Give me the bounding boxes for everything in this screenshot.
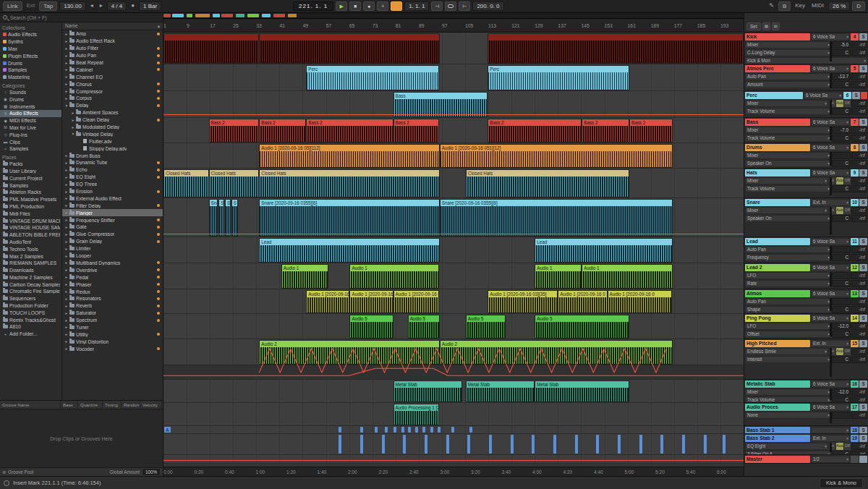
solo-button[interactable]: S: [859, 33, 867, 41]
device-chooser[interactable]: Mixer: [745, 207, 828, 214]
volume-display[interactable]: -inf: [851, 207, 867, 214]
arrangement-overview[interactable]: [163, 13, 744, 19]
midi-map-button[interactable]: MIDI: [809, 1, 826, 11]
clip[interactable]: [259, 33, 439, 64]
device-item-auto-pan[interactable]: ▸Auto Pan: [62, 52, 163, 59]
track-number[interactable]: 13: [851, 290, 859, 297]
solo-button[interactable]: S: [859, 199, 867, 206]
pan-display[interactable]: C: [832, 108, 851, 115]
expand-arrow-icon[interactable]: ▸: [64, 203, 69, 208]
volume-display[interactable]: -inf: [851, 280, 867, 287]
browser-item-chromatic-fire-samples[interactable]: Chromatic Fire Samples: [0, 288, 61, 295]
browser-item-pml-massive-presets[interactable]: PML Massive Presets: [0, 196, 61, 203]
beat-time-ruler[interactable]: 1917253341495765738189971051131211291371…: [163, 19, 744, 33]
track-name[interactable]: Snare: [745, 199, 810, 206]
clip[interactable]: Perc: [488, 65, 629, 90]
browser-item-audiotent[interactable]: AudioTent: [0, 239, 61, 246]
device-chooser[interactable]: Auto Pan: [745, 73, 831, 80]
lane-ping-pong[interactable]: Audio 5Audio 5Audio 5Audio 5: [163, 314, 744, 339]
clip[interactable]: Closed Hats: [209, 169, 260, 197]
ext-sync-button[interactable]: Ext: [25, 1, 38, 11]
volume-display[interactable]: -inf: [851, 81, 867, 88]
track-name[interactable]: Perc: [745, 92, 803, 99]
expand-arrow-icon[interactable]: ▸: [64, 247, 69, 251]
expand-arrow-icon[interactable]: ▸: [64, 211, 69, 215]
groove-column-quantize[interactable]: Quantize: [78, 401, 103, 409]
device-chooser[interactable]: Auto Pan: [745, 246, 831, 253]
track-name[interactable]: Kick: [745, 33, 810, 41]
track-name[interactable]: Bass Stab 1: [745, 427, 810, 434]
clip[interactable]: Snar: [209, 199, 218, 237]
device-chooser[interactable]: LFO: [745, 272, 831, 279]
device-item-resonators[interactable]: ▸Resonators: [62, 295, 163, 302]
clip[interactable]: Metal Stab: [466, 380, 535, 402]
parameter-chooser[interactable]: Rate: [745, 280, 831, 287]
device-item-filter-delay[interactable]: ▸Filter Delay: [62, 202, 163, 209]
clip[interactable]: Audio 1: [281, 264, 328, 289]
parameter-chooser[interactable]: Track Volume: [745, 396, 831, 403]
volume-display[interactable]: -inf: [851, 331, 867, 338]
expand-arrow-icon[interactable]: ▸: [64, 311, 69, 315]
clip[interactable]: S: [231, 199, 238, 237]
lane-drums[interactable]: Audio 1 [2020-09-16 05][112]Audio 1 [202…: [163, 143, 744, 169]
track-number[interactable]: 17: [851, 404, 859, 411]
device-item-drum-buss[interactable]: ▸Drum Buss: [62, 152, 163, 159]
browser-item-midi-files[interactable]: Midi Files: [0, 210, 61, 217]
browser-item-max-for-live[interactable]: MMax for Live: [0, 124, 61, 132]
record-button[interactable]: ●: [363, 1, 375, 11]
tempo-display[interactable]: 130.00: [59, 1, 85, 11]
lane-lead-2[interactable]: Audio 1Audio 1Audio 1Audio 1: [163, 263, 744, 289]
time-ruler[interactable]: 0:000:200:401:001:201:402:002:202:403:00…: [163, 467, 744, 476]
arrangement-position-display[interactable]: 221. 1. 1: [293, 1, 333, 11]
mini-clip[interactable]: [469, 427, 472, 433]
mini-clip[interactable]: [682, 435, 685, 454]
input-routing-chooser[interactable]: 6 Voice Sa: [811, 264, 850, 271]
browser-item-riemann-samples[interactable]: RIEMANN SAMPLES: [0, 260, 61, 267]
parameter-chooser[interactable]: Intensit: [745, 356, 831, 363]
mini-clip[interactable]: [360, 427, 363, 433]
device-item-vintage-delay[interactable]: ▾Vintage Delay: [62, 130, 163, 137]
expand-arrow-icon[interactable]: ▸: [64, 168, 69, 172]
lane-bass-stab-2[interactable]: [163, 434, 744, 455]
browser-item-add-folder[interactable]: +Add Folder...: [0, 331, 61, 338]
clip[interactable]: Closed Hats: [466, 169, 629, 197]
mini-clip[interactable]: [489, 435, 492, 454]
input-routing-chooser[interactable]: 6 Voice Sa: [811, 119, 850, 126]
monitor-auto-button[interactable]: Auto: [836, 177, 843, 184]
link-button[interactable]: Link: [3, 1, 22, 11]
device-chooser[interactable]: None: [745, 412, 831, 419]
lane-hats[interactable]: Closed HatsClosed HatsClosed HatsClosed …: [163, 169, 744, 198]
solo-button[interactable]: S: [859, 340, 867, 347]
mini-clip[interactable]: [408, 427, 411, 433]
device-chooser[interactable]: Mixer: [745, 127, 831, 134]
groove-drop-area[interactable]: Drop Clips or Grooves Here: [0, 409, 163, 467]
groove-column-velocity[interactable]: Velocity: [140, 401, 162, 409]
device-item-eq-eight[interactable]: ▸EQ Eight: [62, 174, 163, 181]
mini-clip[interactable]: [425, 435, 427, 454]
search-input[interactable]: Search (Ctrl + F): [0, 13, 163, 22]
loop-length-display[interactable]: 200. 0. 0: [472, 1, 503, 11]
browser-item-max-2-samples[interactable]: Max 2 Samples: [0, 252, 61, 260]
browser-item-drums[interactable]: Drums: [0, 59, 61, 67]
clip[interactable]: Audio Processing 1 [20: [393, 404, 439, 425]
tap-tempo-button[interactable]: Tap: [39, 1, 57, 11]
input-routing-chooser[interactable]: 6 Voice Sa: [804, 92, 843, 99]
expand-arrow-icon[interactable]: ▸: [70, 118, 76, 122]
solo-button[interactable]: S: [859, 119, 867, 126]
browser-item-samples[interactable]: ≈Samples: [0, 145, 61, 153]
time-signature-display[interactable]: 4 / 4: [107, 1, 127, 11]
set-button[interactable]: Set: [746, 22, 761, 30]
mini-clip[interactable]: [660, 435, 663, 454]
clip[interactable]: Bass: [393, 92, 488, 117]
volume-display[interactable]: -inf: [851, 127, 867, 134]
volume-display[interactable]: -inf: [851, 152, 867, 159]
monitor-auto-button[interactable]: Auto: [836, 348, 843, 355]
section-header-collections[interactable]: Collections: [0, 23, 61, 31]
expand-arrow-icon[interactable]: ▸: [64, 239, 69, 244]
clip[interactable]: Audio 5: [349, 315, 393, 339]
overdub-button[interactable]: +: [377, 1, 388, 11]
monitor-off-button[interactable]: Off: [844, 207, 851, 214]
device-chooser[interactable]: Mixer: [745, 100, 828, 107]
track-number[interactable]: 5: [851, 65, 859, 72]
device-item-phaser[interactable]: ▸Phaser: [62, 281, 163, 288]
